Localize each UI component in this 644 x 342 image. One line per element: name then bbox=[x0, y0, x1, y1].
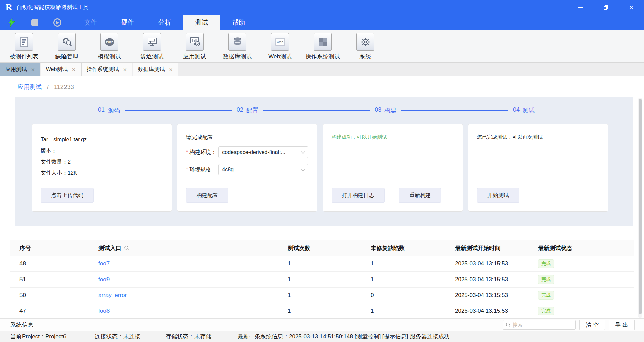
upload-code-button[interactable]: 点击上传代码 bbox=[41, 188, 94, 203]
open-build-log-button[interactable]: 打开构建日志 bbox=[332, 188, 385, 203]
build-env-label: 构建环境： bbox=[189, 149, 216, 156]
status-badge: 完成 bbox=[538, 275, 554, 284]
row-id: 48 bbox=[10, 260, 98, 267]
file-count-info: 文件数量：2 bbox=[41, 156, 163, 167]
toolbar-label: 操作系统测试 bbox=[306, 53, 340, 60]
breadcrumb-root-link[interactable]: 应用测试 bbox=[17, 83, 42, 91]
export-button[interactable]: 导 出 bbox=[609, 320, 635, 330]
status-bar: 当前Project：Project6 连接状态：未连接 存储状态：未存储 最新一… bbox=[0, 331, 644, 342]
toolbar-pentest[interactable]: 渗透测试 bbox=[131, 33, 173, 62]
database-test-icon bbox=[228, 33, 246, 51]
search-icon[interactable] bbox=[124, 245, 129, 251]
build-env-select[interactable]: codespace-derived-final:... bbox=[218, 146, 308, 158]
system-info-bar: 系统信息 清 空 导 出 bbox=[0, 318, 644, 331]
chevron-down-icon bbox=[301, 168, 305, 171]
toolbar-label: 系统 bbox=[360, 53, 371, 60]
status-badge: 完成 bbox=[538, 307, 554, 315]
tar-info: Tar：simple1.tar.gz bbox=[41, 134, 163, 145]
toolbar-defect-management[interactable]: 缺陷管理 bbox=[45, 33, 88, 62]
entry-link[interactable]: foo8 bbox=[98, 308, 110, 314]
row-start-time: 2025-03-04 13:15:53 bbox=[455, 292, 538, 299]
toolbar-dut-list[interactable]: 被测件列表 bbox=[3, 33, 45, 62]
workflow-panel: 01源码 02配置 03构建 04测试 Tar：simple1.tar.gz bbox=[15, 97, 633, 226]
build-env-value: codespace-derived-final:... bbox=[222, 149, 301, 155]
toolbar-label: 被测件列表 bbox=[10, 53, 38, 60]
log-search-box[interactable] bbox=[503, 320, 576, 330]
run-lightning-icon[interactable] bbox=[7, 18, 16, 27]
vertical-scrollbar bbox=[638, 98, 642, 318]
toolbar-label: 应用测试 bbox=[183, 53, 206, 60]
build-config-button[interactable]: 构建配置 bbox=[186, 188, 228, 203]
entry-link[interactable]: foo7 bbox=[98, 260, 110, 267]
search-input[interactable] bbox=[513, 322, 573, 328]
header-defects: 未修复缺陷数 bbox=[371, 244, 455, 252]
row-runs: 1 bbox=[288, 308, 371, 314]
close-button[interactable]: ✕ bbox=[618, 0, 644, 15]
restore-button[interactable] bbox=[593, 0, 618, 15]
table-row: 47 foo8 1 1 2025-03-04 13:15:53 完成 bbox=[10, 303, 634, 318]
menu-item-file[interactable]: 文件 bbox=[72, 15, 109, 30]
step-connector bbox=[263, 110, 370, 111]
minimize-button[interactable] bbox=[567, 0, 593, 15]
stop-icon[interactable] bbox=[30, 18, 39, 27]
tab-close-icon[interactable]: ✕ bbox=[169, 67, 173, 72]
tab-web-test[interactable]: Web测试 ✕ bbox=[41, 63, 81, 76]
tab-db-test[interactable]: 数据库测试 ✕ bbox=[133, 63, 178, 76]
rebuild-button[interactable]: 重新构建 bbox=[399, 188, 441, 203]
header-runs: 测试次数 bbox=[288, 244, 371, 252]
menu-item-help[interactable]: 帮助 bbox=[220, 15, 257, 30]
toolbar-label: 数据库测试 bbox=[223, 53, 252, 60]
restart-icon[interactable] bbox=[53, 18, 62, 27]
menu-item-analysis[interactable]: 分析 bbox=[146, 15, 183, 30]
header-start-time: 最新测试开始时间 bbox=[455, 244, 538, 252]
clear-button[interactable]: 清 空 bbox=[579, 320, 605, 330]
menu-items: 文件 硬件 分析 测试 帮助 bbox=[72, 15, 257, 30]
start-test-button[interactable]: 开始测试 bbox=[477, 188, 519, 203]
title-bar: R 自动化智能模糊渗透测试工具 ✕ bbox=[0, 0, 644, 15]
menu-item-test[interactable]: 测试 bbox=[183, 15, 220, 30]
toolbar-web-test[interactable]: web Web测试 bbox=[259, 33, 301, 62]
tab-close-icon[interactable]: ✕ bbox=[31, 67, 35, 72]
tab-label: 操作系统测试 bbox=[87, 66, 119, 73]
tab-label: 数据库测试 bbox=[138, 66, 165, 73]
toolbar-system[interactable]: 系统 bbox=[344, 33, 387, 62]
row-defects: 0 bbox=[371, 292, 455, 299]
version-info: 版本： bbox=[41, 145, 163, 156]
app-window: R 自动化智能模糊渗透测试工具 ✕ 文件 硬件 bbox=[0, 0, 644, 342]
toolbar-fuzz-test[interactable]: FUZZ 模糊测试 bbox=[88, 33, 131, 62]
entry-link[interactable]: foo9 bbox=[98, 276, 110, 283]
build-env-field: * 构建环境： codespace-derived-final:... bbox=[186, 146, 308, 158]
step-test: 04测试 bbox=[513, 106, 535, 114]
tab-app-test[interactable]: 应用测试 ✕ bbox=[0, 63, 40, 76]
toolbar-database-test[interactable]: 数据库测试 bbox=[216, 33, 259, 62]
table-row: 51 foo9 1 1 2025-03-04 13:15:53 完成 bbox=[10, 272, 634, 288]
tab-close-icon[interactable]: ✕ bbox=[72, 67, 76, 72]
header-entry: 测试入口 bbox=[98, 244, 288, 252]
tab-bar: 应用测试 ✕ Web测试 ✕ 操作系统测试 ✕ 数据库测试 ✕ bbox=[0, 63, 644, 76]
connection-status: 连接状态：未连接 bbox=[80, 333, 151, 340]
breadcrumb-separator: / bbox=[47, 84, 49, 91]
scrollbar-thumb[interactable] bbox=[639, 99, 642, 314]
close-icon: ✕ bbox=[629, 4, 634, 11]
os-test-icon bbox=[314, 33, 332, 51]
env-spec-select[interactable]: 4c8g bbox=[218, 164, 308, 175]
toolbar-app-test[interactable]: 应用测试 bbox=[173, 33, 216, 62]
tab-close-icon[interactable]: ✕ bbox=[123, 67, 127, 72]
required-mark: * bbox=[186, 149, 188, 155]
pentest-icon bbox=[143, 33, 161, 51]
toolbar: 被测件列表 缺陷管理 bbox=[0, 30, 644, 63]
run-controls bbox=[0, 15, 72, 30]
row-defects: 1 bbox=[371, 276, 455, 283]
tab-os-test[interactable]: 操作系统测试 ✕ bbox=[81, 63, 132, 76]
toolbar-os-test[interactable]: 操作系统测试 bbox=[301, 33, 344, 62]
step-build: 03构建 bbox=[375, 106, 396, 114]
current-project: 当前Project：Project6 bbox=[10, 333, 80, 340]
menu-item-hardware[interactable]: 硬件 bbox=[109, 15, 146, 30]
row-runs: 1 bbox=[288, 292, 371, 299]
status-badge: 完成 bbox=[538, 259, 554, 268]
entry-link[interactable]: array_error bbox=[98, 292, 127, 299]
status-badge: 完成 bbox=[538, 291, 554, 300]
svg-text:web: web bbox=[276, 40, 283, 44]
row-start-time: 2025-03-04 13:15:53 bbox=[455, 260, 538, 267]
table-row: 50 array_error 1 0 2025-03-04 13:15:53 完… bbox=[10, 288, 634, 303]
